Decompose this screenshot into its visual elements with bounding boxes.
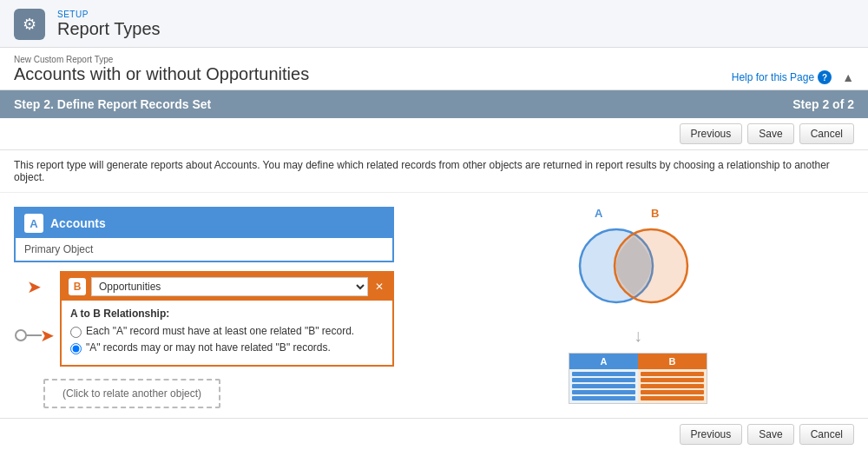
radio1-label: Each "A" record must have at least one r…	[86, 325, 354, 337]
step-header-bar: Step 2. Define Report Records Set Step 2…	[0, 90, 868, 118]
arrow-row-1: ➤	[27, 276, 42, 297]
primary-object-header: A Accounts	[16, 208, 392, 238]
result-col-b-body	[638, 369, 707, 403]
custom-report-type-label: New Custom Report Type	[14, 55, 309, 64]
related-object-header: B Opportunities Contacts Cases ✕	[62, 273, 392, 301]
result-row-a-1	[572, 372, 635, 376]
previous-button-top[interactable]: Previous	[680, 123, 743, 144]
letter-b-badge: B	[69, 278, 86, 295]
setup-label: SETUP	[57, 10, 161, 19]
result-col-b-header: B	[638, 354, 707, 369]
primary-object-box: A Accounts Primary Object	[14, 207, 394, 262]
previous-button-bottom[interactable]: Previous	[680, 424, 743, 445]
arrow-indicators: ➤ ➤	[14, 271, 55, 346]
help-link-text: Help for this Page	[732, 71, 814, 83]
venn-diagram: A B	[551, 207, 725, 317]
related-object-box: B Opportunities Contacts Cases ✕ A to B …	[60, 271, 394, 367]
help-area: Help for this Page ? ▲	[732, 70, 854, 84]
venn-label-b: B	[651, 207, 659, 220]
step-info: Step 2 of 2	[792, 97, 854, 111]
connector-svg	[14, 328, 42, 342]
step-label: Step 2. Define Report Records Set	[14, 97, 211, 111]
add-object-area: (Click to relate another object)	[43, 379, 394, 408]
result-table-diagram: A B	[569, 353, 707, 404]
result-row-b-3	[641, 384, 704, 388]
page-subheader: New Custom Report Type Accounts with or …	[0, 48, 868, 90]
help-link[interactable]: Help for this Page ?	[732, 70, 832, 84]
primary-object-name: Accounts	[50, 216, 106, 230]
save-button-bottom[interactable]: Save	[747, 424, 793, 445]
close-related-object-button[interactable]: ✕	[373, 281, 385, 293]
related-object-wrapper: ➤ ➤ B	[14, 271, 394, 367]
left-panel: A Accounts Primary Object ➤	[0, 193, 408, 418]
venn-label-a: A	[595, 207, 602, 220]
body-split: A Accounts Primary Object ➤	[0, 193, 868, 418]
radio-at-least-one[interactable]	[70, 327, 82, 338]
app-title: Report Types	[57, 19, 161, 39]
primary-object-label: Primary Object	[16, 238, 392, 261]
connector-row: ➤	[14, 325, 55, 346]
result-row-b-2	[641, 378, 704, 382]
page-title-area: New Custom Report Type Accounts with or …	[14, 55, 309, 84]
result-row-a-3	[572, 384, 635, 388]
radio-may-or-may-not[interactable]	[70, 343, 82, 354]
save-button-top[interactable]: Save	[747, 123, 793, 144]
app-header-text: SETUP Report Types	[57, 10, 161, 39]
cancel-button-bottom[interactable]: Cancel	[799, 424, 854, 445]
arrow-down-icon: ↓	[634, 326, 642, 346]
related-object-select[interactable]: Opportunities Contacts Cases	[91, 277, 368, 296]
result-row-b-1	[641, 372, 704, 376]
top-toolbar: Previous Save Cancel	[0, 118, 868, 150]
gear-icon: ⚙	[14, 9, 45, 40]
result-col-a-body	[569, 369, 638, 403]
svg-point-0	[16, 330, 26, 341]
result-row-b-5	[641, 396, 704, 400]
radio-option-2[interactable]: "A" records may or may not have related …	[70, 341, 384, 354]
app-header: ⚙ SETUP Report Types	[0, 0, 868, 48]
page-main-title: Accounts with or without Opportunities	[14, 64, 309, 84]
main-content: New Custom Report Type Accounts with or …	[0, 48, 868, 450]
result-row-b-4	[641, 390, 704, 394]
result-col-a-header: A	[569, 354, 638, 369]
result-row-a-5	[572, 396, 635, 400]
result-table-body	[569, 369, 707, 403]
right-panel: A B ↓ A B	[408, 193, 868, 418]
radio2-label: "A" records may or may not have related …	[86, 341, 331, 354]
letter-a-badge: A	[24, 214, 43, 233]
add-object-button[interactable]: (Click to relate another object)	[43, 379, 220, 408]
info-text: This report type will generate reports a…	[0, 150, 868, 193]
venn-svg	[569, 222, 707, 309]
help-icon: ?	[818, 70, 832, 84]
cancel-button-top[interactable]: Cancel	[799, 123, 854, 144]
radio-option-1[interactable]: Each "A" record must have at least one r…	[70, 325, 384, 338]
bottom-toolbar: Previous Save Cancel	[0, 418, 868, 450]
relationship-box: A to B Relationship: Each "A" record mus…	[62, 301, 392, 365]
result-row-a-2	[572, 378, 635, 382]
arrow-right-icon-2: ➤	[40, 325, 55, 346]
arrow-right-icon-1: ➤	[27, 276, 42, 297]
result-row-a-4	[572, 390, 635, 394]
relationship-title: A to B Relationship:	[70, 308, 384, 320]
result-table-header: A B	[569, 354, 707, 369]
collapse-icon[interactable]: ▲	[842, 70, 854, 84]
